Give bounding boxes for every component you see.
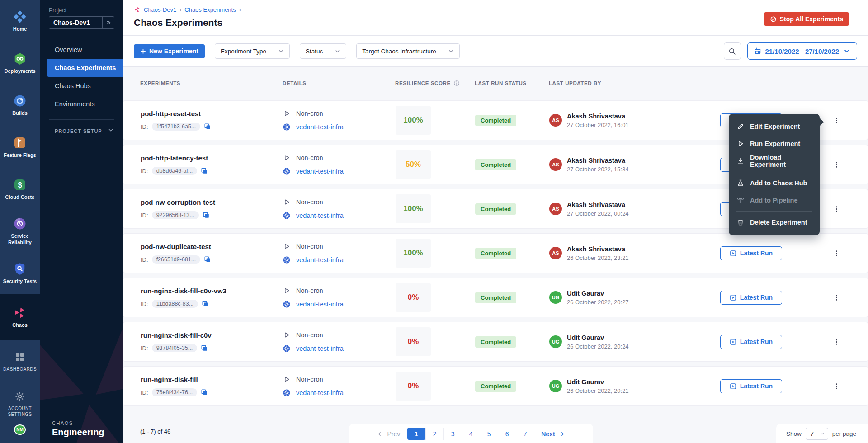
pagination-next[interactable]: Next: [534, 430, 571, 438]
module-account-settings[interactable]: ACCOUNT SETTINGS: [0, 382, 40, 424]
run-icon: [730, 339, 736, 345]
avatar: AS: [549, 203, 562, 215]
module-deployments[interactable]: Deployments: [0, 42, 40, 84]
menu-item-run-experiment[interactable]: Run Experiment: [729, 135, 820, 152]
service-reliability-icon: [13, 217, 27, 231]
latest-run-button[interactable]: Latest Run: [720, 291, 782, 305]
row-menu-kebab-icon[interactable]: [831, 113, 841, 127]
copy-icon[interactable]: [202, 300, 209, 307]
menu-item-edit-experiment[interactable]: Edit Experiment: [729, 118, 820, 135]
latest-run-button[interactable]: Latest Run: [720, 379, 782, 393]
row-menu-kebab-icon[interactable]: [831, 291, 841, 304]
table-row: run-nginx-disk-fill-c0v ID: 93784f05-35.…: [123, 322, 868, 362]
kubernetes-icon: [283, 389, 290, 396]
module-security-tests[interactable]: Security Tests: [0, 252, 40, 294]
kubernetes-icon: [283, 212, 290, 219]
breadcrumb-project[interactable]: Chaos-Dev1: [144, 6, 176, 13]
menu-item-download-experiment[interactable]: Download Experiment: [729, 152, 820, 170]
page-size-select[interactable]: 7: [806, 428, 828, 440]
double-chevron-right-icon[interactable]: [102, 17, 114, 28]
infrastructure-link[interactable]: vedant-test-infra: [296, 345, 344, 352]
breadcrumb: Chaos-Dev1 › Chaos Experiments ›: [134, 6, 849, 13]
avatar: UG: [549, 380, 562, 392]
sidebar-item-chaos-experiments[interactable]: Chaos Experiments: [47, 59, 123, 77]
experiment-name[interactable]: pod-nw-corruption-test: [141, 198, 283, 206]
filter-experiment-type[interactable]: Experiment Type: [215, 43, 290, 59]
id-label: ID:: [141, 123, 148, 130]
module-cloud-costs[interactable]: $Cloud Costs: [0, 168, 40, 210]
copy-icon[interactable]: [201, 167, 208, 174]
copy-icon[interactable]: [204, 256, 211, 263]
module-label: Home: [11, 26, 29, 33]
arrow-right-icon: [558, 431, 565, 437]
pagination-page-6[interactable]: 6: [498, 428, 516, 440]
module-chaos[interactable]: Chaos: [0, 294, 40, 340]
infrastructure-link[interactable]: vedant-test-infra: [296, 123, 344, 131]
row-menu-kebab-icon[interactable]: [831, 379, 841, 393]
breadcrumb-page[interactable]: Chaos Experiments: [184, 6, 236, 13]
experiment-name[interactable]: run-nginx-disk-fill-c0v-vw3: [141, 287, 283, 295]
menu-item-add-to-chaos-hub[interactable]: Add to Chaos Hub: [729, 174, 820, 192]
module-feature-flags[interactable]: Feature Flags: [0, 126, 40, 168]
pagination-page-7[interactable]: 7: [516, 428, 534, 440]
row-menu-kebab-icon[interactable]: [831, 202, 841, 216]
experiment-name[interactable]: run-nginx-disk-fill-c0v: [141, 331, 283, 339]
latest-run-button[interactable]: Latest Run: [720, 335, 782, 349]
sidebar-item-environments[interactable]: Environments: [40, 95, 123, 113]
project-selector[interactable]: Chaos-Dev1: [49, 16, 114, 29]
updated-date: 26 October 2022, 23:21: [567, 254, 629, 261]
experiment-name[interactable]: run-nginx-disk-fill: [141, 376, 283, 383]
table-row: run-nginx-disk-fill-c0v-vw3 ID: 11bda88c…: [123, 278, 868, 317]
infrastructure-link[interactable]: vedant-test-infra: [296, 212, 344, 219]
project-setup-label: PROJECT SETUP: [55, 128, 102, 134]
infrastructure-link[interactable]: vedant-test-infra: [296, 301, 344, 308]
copy-icon[interactable]: [201, 389, 208, 396]
copy-icon[interactable]: [204, 123, 211, 130]
infrastructure-link[interactable]: vedant-test-infra: [296, 389, 344, 396]
resilience-score: 100%: [396, 194, 431, 223]
row-menu-kebab-icon[interactable]: [831, 158, 841, 171]
pagination-page-1[interactable]: 1: [407, 428, 425, 440]
copy-icon[interactable]: [203, 212, 210, 219]
module-service-reliability[interactable]: Service Reliability: [0, 210, 40, 252]
menu-item-delete-experiment[interactable]: Delete Experiment: [729, 214, 820, 231]
menu-divider: [736, 172, 812, 172]
module-home[interactable]: Home: [0, 0, 40, 42]
info-icon[interactable]: [453, 80, 460, 86]
experiment-type: Non-cron: [296, 243, 323, 250]
user-avatar[interactable]: NM: [14, 424, 26, 435]
new-experiment-button[interactable]: New Experiment: [134, 44, 205, 58]
infrastructure-link[interactable]: vedant-test-infra: [296, 256, 344, 264]
filter-target-chaos-infrastructure[interactable]: Target Chaos Infrastructure: [356, 43, 460, 59]
module-builds[interactable]: Builds: [0, 84, 40, 126]
pagination-page-3[interactable]: 3: [443, 428, 462, 440]
module-dashboards[interactable]: DASHBOARDS: [0, 340, 40, 382]
project-rail: Project Chaos-Dev1 OverviewChaos Experim…: [40, 0, 123, 443]
row-menu-kebab-icon[interactable]: [831, 246, 841, 260]
pagination-page-2[interactable]: 2: [425, 428, 443, 440]
sidebar-item-overview[interactable]: Overview: [40, 41, 123, 59]
infrastructure-link[interactable]: vedant-test-infra: [296, 168, 344, 175]
run-icon: [730, 294, 736, 301]
search-button[interactable]: [724, 42, 741, 60]
breadcrumb-separator: ›: [239, 7, 241, 13]
copy-icon[interactable]: [201, 344, 208, 352]
project-name: Chaos-Dev1: [49, 19, 102, 26]
row-menu-kebab-icon[interactable]: [831, 335, 841, 349]
pagination-prev[interactable]: Prev: [370, 430, 407, 438]
latest-run-button[interactable]: Latest Run: [720, 246, 782, 260]
experiment-name[interactable]: pod-nw-duplicate-test: [141, 243, 283, 250]
pagination-page-5[interactable]: 5: [480, 428, 498, 440]
project-setup-toggle[interactable]: PROJECT SETUP: [40, 127, 123, 135]
stop-all-experiments-button[interactable]: Stop All Experiments: [764, 12, 849, 26]
date-range-picker[interactable]: 21/10/2022 - 27/10/2022: [747, 42, 857, 60]
filter-label: Target Chaos Infrastructure: [362, 48, 436, 55]
id-label: ID:: [141, 345, 148, 352]
sidebar-item-chaos-hubs[interactable]: Chaos Hubs: [40, 77, 123, 95]
experiment-type: Non-cron: [296, 110, 323, 117]
experiment-name[interactable]: pod-http-latency-test: [141, 154, 283, 162]
toolbar: New Experiment Experiment TypeStatusTarg…: [123, 36, 868, 67]
pagination-page-4[interactable]: 4: [462, 428, 480, 440]
experiment-name[interactable]: pod-http-reset-test: [141, 110, 283, 118]
filter-status[interactable]: Status: [300, 43, 346, 59]
